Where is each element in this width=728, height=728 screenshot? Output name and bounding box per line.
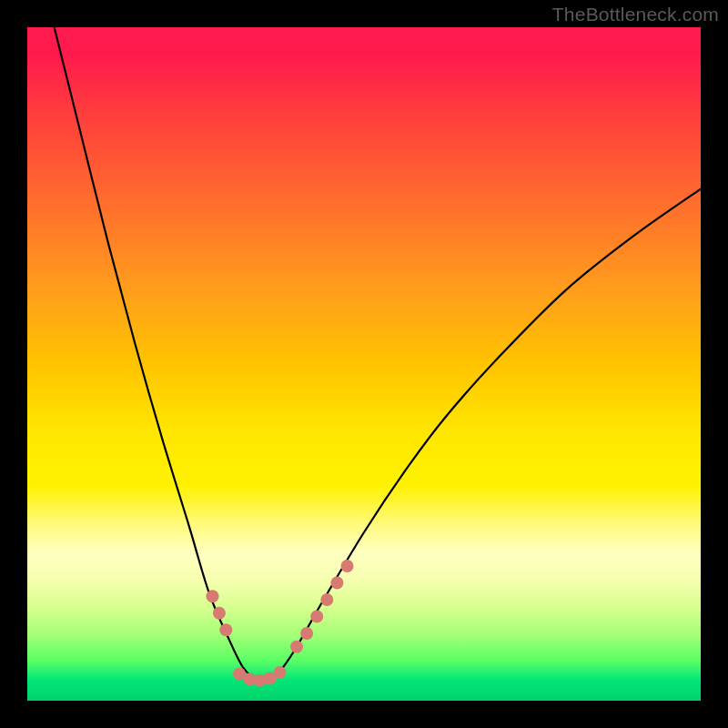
highlight-dot [207, 590, 219, 602]
bottleneck-curve [55, 27, 701, 681]
highlight-dot [320, 593, 333, 606]
highlight-dot [300, 627, 313, 640]
highlight-dot [219, 623, 232, 636]
highlight-dots-right [290, 560, 354, 653]
chart-frame: TheBottleneck.com [0, 0, 728, 728]
curve-layer [27, 27, 701, 701]
watermark-text: TheBottleneck.com [552, 4, 719, 25]
highlight-dot [330, 577, 343, 590]
highlight-dot [274, 666, 287, 679]
highlight-dots-left [207, 590, 233, 636]
highlight-dot [213, 607, 226, 620]
highlight-dot [341, 560, 354, 572]
highlight-dot [290, 641, 303, 653]
highlight-dot [310, 611, 323, 623]
highlight-bar-bottom [233, 666, 286, 687]
plot-area [27, 27, 701, 701]
